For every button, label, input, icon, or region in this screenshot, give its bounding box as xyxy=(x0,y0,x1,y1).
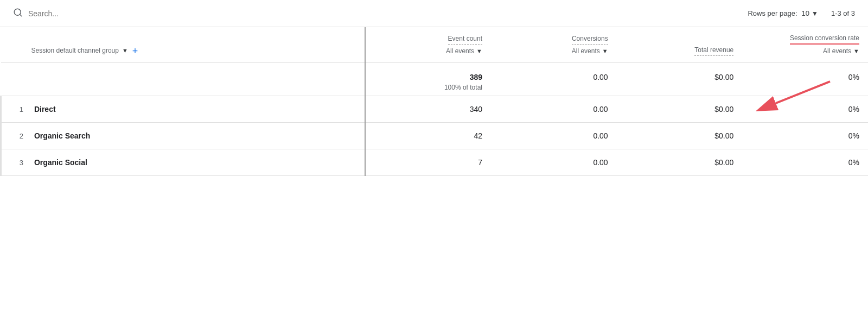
svg-line-1 xyxy=(20,14,21,16)
session-conversion-rate-sub[interactable]: All events ▼ xyxy=(823,47,859,56)
row-3-revenue-cell: $0.00 xyxy=(617,149,743,175)
row-2-number: 2 xyxy=(10,132,23,140)
totals-revenue-value: $0.00 xyxy=(626,73,734,81)
event-count-sub[interactable]: All events ▼ xyxy=(446,47,482,56)
row-1-revenue-cell: $0.00 xyxy=(617,96,743,122)
add-dimension-button[interactable]: + xyxy=(131,46,139,56)
row-3-revenue: $0.00 xyxy=(714,158,733,167)
data-table: Session default channel group ▼ + Event … xyxy=(0,27,868,176)
table-row: 2 Organic Search 42 0.00 $0.00 0% xyxy=(1,122,869,149)
pagination: Rows per page: 10 ▼ 1-3 of 3 xyxy=(748,9,855,17)
totals-event-count-cell: 389 100% of total xyxy=(365,62,491,96)
row-2-revenue: $0.00 xyxy=(714,131,733,140)
session-conversion-rate-title: Session conversion rate xyxy=(790,34,859,45)
row-1-conversions-cell: 0.00 xyxy=(491,96,617,122)
row-3-number: 3 xyxy=(10,159,23,167)
row-2-conversions: 0.00 xyxy=(593,131,608,140)
rows-per-page-select[interactable]: 10 ▼ xyxy=(802,9,818,17)
row-1-session-rate: 0% xyxy=(848,105,859,114)
row-3-dimension-link[interactable]: Organic Social xyxy=(34,158,87,167)
table-row: 1 Direct 340 0.00 $0.00 0% xyxy=(1,96,869,122)
table-row: 3 Organic Social 7 0.00 $0.00 0% xyxy=(1,149,869,175)
row-3-event-count-cell: 7 xyxy=(365,149,491,175)
totals-event-count-sub: 100% of total xyxy=(374,84,482,91)
totals-conversions-value: 0.00 xyxy=(500,73,608,81)
row-2-revenue-cell: $0.00 xyxy=(617,122,743,149)
page-info: 1-3 of 3 xyxy=(831,9,855,17)
dimension-chevron-icon[interactable]: ▼ xyxy=(122,47,128,55)
conversions-title: Conversions xyxy=(572,34,608,45)
conversions-sub[interactable]: All events ▼ xyxy=(572,47,608,56)
search-icon xyxy=(13,8,23,19)
row-2-event-count-cell: 42 xyxy=(365,122,491,149)
totals-session-rate-cell: 0% xyxy=(742,62,868,96)
totals-event-count-value: 389 xyxy=(374,73,482,81)
row-1-revenue: $0.00 xyxy=(714,105,733,114)
totals-revenue-cell: $0.00 xyxy=(617,62,743,96)
search-bar: Rows per page: 10 ▼ 1-3 of 3 xyxy=(0,0,868,27)
conversions-chevron-icon: ▼ xyxy=(602,47,608,55)
event-count-chevron-icon: ▼ xyxy=(476,47,482,55)
rows-chevron-icon: ▼ xyxy=(812,10,818,17)
row-3-conversions: 0.00 xyxy=(593,158,608,167)
dimension-label: Session default channel group xyxy=(31,46,119,55)
row-2-session-rate-cell: 0% xyxy=(742,122,868,149)
totals-session-rate-value: 0% xyxy=(751,73,859,81)
rows-per-page-label: Rows per page: xyxy=(748,9,797,17)
row-2-event-count: 42 xyxy=(474,131,482,140)
row-1-dimension-cell: 1 Direct xyxy=(1,96,366,122)
row-2-dimension-cell: 2 Organic Search xyxy=(1,122,366,149)
dimension-column-header: Session default channel group ▼ + xyxy=(1,27,366,62)
total-revenue-title: Total revenue xyxy=(694,46,733,56)
row-3-event-count: 7 xyxy=(478,158,482,167)
event-count-column-header: Event count All events ▼ xyxy=(365,27,491,62)
conversions-column-header: Conversions All events ▼ xyxy=(491,27,617,62)
row-1-dimension-link[interactable]: Direct xyxy=(34,105,56,114)
row-1-conversions: 0.00 xyxy=(593,105,608,114)
row-2-session-rate: 0% xyxy=(848,131,859,140)
total-revenue-column-header: Total revenue xyxy=(617,27,743,62)
row-1-session-rate-cell: 0% xyxy=(742,96,868,122)
row-2-conversions-cell: 0.00 xyxy=(491,122,617,149)
event-count-title: Event count xyxy=(448,34,482,45)
totals-row: 389 100% of total 0.00 $0.00 0% xyxy=(1,62,869,96)
search-input[interactable] xyxy=(28,9,748,18)
session-conversion-rate-column-header: Session conversion rate All events ▼ xyxy=(742,27,868,62)
row-1-number: 1 xyxy=(10,105,23,114)
row-3-conversions-cell: 0.00 xyxy=(491,149,617,175)
totals-conversions-cell: 0.00 xyxy=(491,62,617,96)
session-conversion-rate-chevron-icon: ▼ xyxy=(853,47,859,55)
row-1-event-count: 340 xyxy=(470,105,482,114)
rows-per-page-value: 10 xyxy=(802,9,809,17)
row-1-event-count-cell: 340 xyxy=(365,96,491,122)
totals-dimension-cell xyxy=(1,62,366,96)
row-3-dimension-cell: 3 Organic Social xyxy=(1,149,366,175)
row-2-dimension-link[interactable]: Organic Search xyxy=(34,131,91,140)
table-header-row: Session default channel group ▼ + Event … xyxy=(1,27,869,62)
row-3-session-rate-cell: 0% xyxy=(742,149,868,175)
row-3-session-rate: 0% xyxy=(848,158,859,167)
